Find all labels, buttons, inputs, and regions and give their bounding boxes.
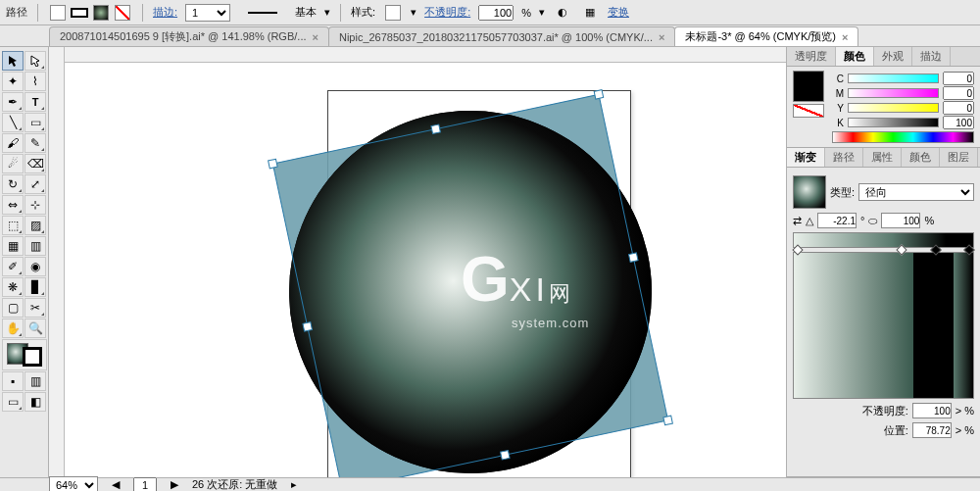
artboard-tool[interactable]: ▢ bbox=[2, 298, 24, 318]
stop-opacity-label: 不透明度: bbox=[862, 404, 908, 418]
direct-selection-tool[interactable] bbox=[24, 51, 46, 71]
paintbrush-tool[interactable]: 🖌 bbox=[2, 133, 24, 153]
magenta-value[interactable] bbox=[943, 86, 974, 100]
close-icon[interactable]: × bbox=[313, 31, 318, 43]
tab-swatches[interactable]: 颜色 bbox=[902, 148, 940, 167]
fill-stroke-indicator[interactable] bbox=[2, 339, 47, 370]
dash-dropdown-icon[interactable]: ▾ bbox=[324, 6, 330, 19]
blob-brush-tool[interactable]: ☄ bbox=[2, 154, 24, 173]
pencil-tool[interactable]: ✎ bbox=[24, 133, 46, 153]
fill-swatch[interactable] bbox=[48, 3, 68, 23]
rectangle-tool[interactable]: ▭ bbox=[24, 113, 46, 132]
color-mode-btn[interactable]: ▪ bbox=[2, 371, 24, 391]
tab-transparency[interactable]: 透明度 bbox=[787, 47, 836, 66]
graphic-style-swatch[interactable] bbox=[383, 3, 403, 23]
mesh-tool[interactable]: ▦ bbox=[2, 236, 24, 256]
symbol-sprayer-tool[interactable]: ❋ bbox=[2, 277, 24, 297]
line-tool[interactable]: ╲ bbox=[2, 113, 24, 132]
eraser-tool[interactable]: ⌫ bbox=[24, 154, 46, 173]
panel-tab-strip: 透明度 颜色 外观 描边 bbox=[787, 47, 980, 67]
svg-rect-7 bbox=[663, 416, 672, 424]
zoom-tool[interactable]: 🔍 bbox=[24, 319, 46, 338]
opacity-label[interactable]: 不透明度: bbox=[424, 5, 470, 20]
gradient-ramp[interactable] bbox=[793, 232, 974, 248]
stop-opacity-input[interactable] bbox=[912, 403, 952, 418]
panel-tab-strip-2: 渐变 路径 属性 颜色 图层 bbox=[787, 148, 980, 168]
opacity-dropdown-icon[interactable]: ▾ bbox=[539, 6, 545, 19]
status-bar: 64% ◀ ▶ 26 次还原: 无重做 ▸ bbox=[0, 477, 980, 491]
tab-gradient[interactable]: 渐变 bbox=[787, 148, 825, 167]
document-tab[interactable]: Nipic_26785037_20180321175057703037.ai* … bbox=[328, 26, 675, 46]
opacity-input[interactable] bbox=[478, 5, 514, 21]
document-tab[interactable]: 200871014501695 9 [转换].ai* @ 141.98% (RG… bbox=[49, 26, 329, 46]
stop-location-input[interactable] bbox=[912, 422, 952, 438]
tab-appearance[interactable]: 外观 bbox=[874, 47, 912, 66]
none-swatch[interactable] bbox=[113, 3, 132, 23]
spectrum-bar[interactable] bbox=[832, 131, 974, 143]
close-icon[interactable]: × bbox=[842, 31, 848, 43]
perspective-grid-tool[interactable]: ▨ bbox=[24, 216, 46, 235]
tab-attributes[interactable]: 属性 bbox=[863, 148, 902, 167]
stroke-swatch[interactable] bbox=[70, 3, 89, 23]
artboard-nav-next[interactable]: ▶ bbox=[171, 478, 178, 491]
tab-pathfinder[interactable]: 路径 bbox=[825, 148, 863, 167]
black-slider[interactable] bbox=[848, 118, 939, 127]
gradient-type-label: 类型: bbox=[830, 185, 855, 200]
tab-color[interactable]: 颜色 bbox=[836, 47, 874, 66]
canvas[interactable]: GXI网 system.com bbox=[49, 47, 786, 477]
gradient-swatch[interactable] bbox=[91, 3, 111, 23]
cyan-slider[interactable] bbox=[848, 74, 939, 83]
recolor-icon[interactable]: ◐ bbox=[553, 3, 572, 23]
yellow-value[interactable] bbox=[943, 101, 974, 115]
magenta-slider[interactable] bbox=[848, 88, 939, 98]
blend-tool[interactable]: ◉ bbox=[24, 257, 46, 276]
tab-layers[interactable]: 图层 bbox=[940, 148, 978, 167]
stroke-arrow-preview[interactable] bbox=[238, 3, 287, 23]
width-tool[interactable]: ⇔ bbox=[2, 195, 24, 215]
draw-mode-btn[interactable]: ◧ bbox=[24, 392, 46, 412]
slice-tool[interactable]: ✂ bbox=[24, 298, 46, 318]
yellow-label: Y bbox=[832, 103, 844, 114]
fill-color-swatch[interactable] bbox=[793, 71, 824, 102]
tab-stroke[interactable]: 描边 bbox=[912, 47, 951, 66]
style-dropdown-icon[interactable]: ▾ bbox=[411, 6, 416, 19]
reverse-gradient-icon[interactable]: ⇄ bbox=[793, 215, 802, 227]
zoom-select[interactable]: 64% bbox=[49, 476, 98, 492]
screen-mode-btn[interactable]: ▭ bbox=[2, 392, 24, 412]
none-color-swatch[interactable] bbox=[793, 104, 824, 118]
stroke-weight-select[interactable]: 1 bbox=[185, 4, 230, 22]
stroke-label[interactable]: 描边: bbox=[153, 5, 177, 20]
scale-tool[interactable]: ⤢ bbox=[24, 174, 46, 194]
gradient-angle-input[interactable] bbox=[817, 213, 857, 228]
eyedropper-tool[interactable]: ✐ bbox=[2, 257, 24, 276]
transform-link[interactable]: 变换 bbox=[608, 5, 629, 20]
gradient-preview-swatch[interactable] bbox=[793, 175, 826, 209]
gradient-panel: 类型: 径向 ⇄ △ ° ⬭ % 不透明度: > % bbox=[787, 168, 980, 477]
status-dropdown-icon[interactable]: ▸ bbox=[291, 478, 297, 491]
gradient-aspect-input[interactable] bbox=[881, 213, 920, 228]
yellow-slider[interactable] bbox=[848, 103, 939, 113]
free-transform-tool[interactable]: ⊹ bbox=[24, 195, 46, 215]
graph-tool[interactable]: ▊ bbox=[24, 277, 46, 297]
black-value[interactable] bbox=[943, 116, 974, 129]
align-icon[interactable]: ▦ bbox=[580, 3, 600, 23]
svg-rect-9 bbox=[501, 451, 510, 460]
magic-wand-tool[interactable]: ✦ bbox=[2, 72, 24, 91]
type-tool[interactable]: T bbox=[24, 92, 46, 112]
gradient-tool[interactable]: ▥ bbox=[24, 236, 46, 256]
gradient-type-select[interactable]: 径向 bbox=[858, 183, 974, 201]
pen-tool[interactable]: ✒ bbox=[2, 92, 24, 112]
svg-rect-8 bbox=[431, 124, 440, 133]
gradient-mode-btn[interactable]: ▥ bbox=[24, 371, 46, 391]
cyan-value[interactable] bbox=[943, 72, 974, 85]
artboard-number[interactable] bbox=[133, 477, 157, 492]
selection-tool[interactable] bbox=[2, 51, 24, 71]
shape-builder-tool[interactable]: ⬚ bbox=[2, 216, 24, 235]
hand-tool[interactable]: ✋ bbox=[2, 319, 24, 338]
close-icon[interactable]: × bbox=[659, 31, 664, 43]
lasso-tool[interactable]: ⌇ bbox=[24, 72, 46, 91]
artboard-nav-prev[interactable]: ◀ bbox=[112, 478, 120, 491]
document-tab[interactable]: 未标题-3* @ 64% (CMYK/预览)× bbox=[674, 26, 858, 46]
watermark: GXI网 system.com bbox=[461, 243, 589, 330]
rotate-tool[interactable]: ↻ bbox=[2, 174, 24, 194]
